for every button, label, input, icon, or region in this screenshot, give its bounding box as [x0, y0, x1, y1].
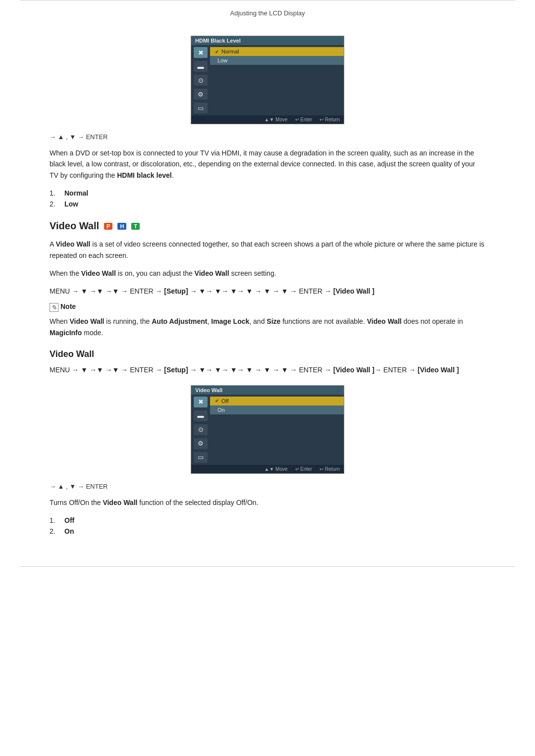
osd-icon-list: ✖ ▬ ⊙ ⚙ ▭ [191, 45, 210, 115]
vw-list-item-2: 2. On [50, 526, 485, 537]
vw-desc-a: A [50, 240, 55, 248]
note-text6: does not operate in [402, 317, 463, 325]
menu-path-1: MENU → ▼ →▼ →▼ → ENTER → [Setup] → ▼→ ▼→… [50, 286, 485, 298]
vw-on-para: When the Video Wall is on, you can adjus… [50, 268, 485, 279]
hdmi-options-numbered: 1. Normal 2. Low [50, 188, 485, 209]
hdmi-osd-menu: HDMI Black Level ✖ ▬ ⊙ ⚙ ▭ ✔ Normal [191, 36, 344, 124]
osd-icon-1: ✖ [194, 47, 208, 58]
vw-osd-icon-1: ✖ [194, 397, 208, 407]
note-text5: functions are not available. [280, 317, 367, 325]
vw-osd-icon-5: ▭ [194, 452, 208, 463]
hdmi-opt-normal: Normal [64, 189, 88, 197]
vw-desc-bold: Video Wall [55, 240, 90, 248]
hdmi-opt-low: Low [64, 200, 78, 208]
menu-path-1-text: MENU → ▼ →▼ →▼ → ENTER → [50, 287, 164, 295]
hdmi-menu-title: HDMI Black Level [191, 36, 344, 45]
note-text7: mode. [82, 329, 103, 337]
badge-h: H [117, 223, 126, 230]
hdmi-num-1: 1. [50, 189, 55, 197]
vw-option-off-label: Off [221, 398, 228, 404]
menu-path-2-setup: [Setup] [164, 366, 188, 374]
hdmi-option-normal-label: Normal [221, 49, 239, 54]
vw-options-numbered: 1. Off 2. On [50, 515, 485, 537]
check-icon: ✔ [215, 49, 219, 54]
vw-osd-icon-list: ✖ ▬ ⊙ ⚙ ▭ [191, 395, 210, 465]
note-icon: ✎ [50, 303, 58, 312]
vw-on-text3: screen setting. [229, 269, 276, 277]
vw-options-list: ✔ Off On [210, 395, 344, 465]
badge-p: P [104, 223, 112, 230]
vw-option-off: ✔ Off [210, 397, 344, 405]
note-bold3: Image Lock [211, 317, 249, 325]
vw-on-text1: When the [50, 269, 81, 277]
turns-rest: function of the selected display Off/On. [137, 499, 258, 506]
vw-num-2: 2. [50, 527, 55, 535]
note-text1: When [50, 317, 69, 325]
vw-on-text2: is on, you can adjust the [116, 269, 195, 277]
page-title: Adjusting the LCD Display [230, 9, 305, 17]
menu-path-2-vw: [Video Wall ] [333, 366, 374, 374]
vw-opt-on: On [64, 527, 74, 535]
hdmi-menu-footer: ▲▼ Move ↵ Enter ↩ Return [191, 115, 344, 124]
vw-list-item-1: 1. Off [50, 515, 485, 526]
vw-footer-return: ↩ Return [320, 466, 340, 472]
hdmi-menu-body: ✖ ▬ ⊙ ⚙ ▭ ✔ Normal Low [191, 45, 344, 115]
menu-path-2: MENU → ▼ →▼ →▼ → ENTER → [Setup] → ▼→ ▼→… [50, 364, 485, 376]
note-label: Note [60, 302, 76, 310]
note-text4: , and [249, 317, 267, 325]
hdmi-option-normal: ✔ Normal [210, 47, 344, 56]
hdmi-period: . [172, 171, 174, 179]
hdmi-desc-text: When a DVD or set-top box is connected t… [50, 149, 475, 179]
vw-option-on: On [210, 405, 344, 414]
turns-bold: Video Wall [103, 499, 137, 506]
note-text2: is running, the [104, 317, 152, 325]
note-bold6: MagicInfo [50, 329, 82, 337]
turns-text: Turns Off/On the [50, 499, 103, 506]
note-text-para: When Video Wall is running, the Auto Adj… [50, 316, 485, 338]
vw-desc-rest: is a set of video screens connected toge… [50, 240, 484, 259]
note-content: Note [60, 302, 76, 310]
note-bold2: Auto Adjustment [152, 317, 207, 325]
osd-icon-3: ⊙ [194, 75, 208, 86]
menu-path-1-setup: [Setup] [164, 287, 188, 295]
footer-return: ↩ Return [320, 117, 340, 122]
osd-icon-2: ▬ [194, 61, 208, 72]
vw-opt-off: Off [64, 516, 74, 524]
hdmi-option-low-label: Low [217, 57, 227, 63]
vw-footer-move: ▲▼ Move [264, 466, 287, 472]
vw-menu-body: ✖ ▬ ⊙ ⚙ ▭ ✔ Off On [191, 395, 344, 465]
hdmi-option-low: Low [210, 56, 344, 65]
page-container: Adjusting the LCD Display HDMI Black Lev… [0, 0, 535, 756]
vw-osd-icon-4: ⚙ [194, 438, 208, 449]
vw-menu-title: Video Wall [191, 386, 344, 395]
page-header: Adjusting the LCD Display [0, 0, 535, 22]
content-area: HDMI Black Level ✖ ▬ ⊙ ⚙ ▭ ✔ Normal [0, 22, 535, 556]
menu-path-1-rest: → ▼→ ▼→ ▼→ ▼ → ▼ → ▼ → ENTER → [188, 287, 333, 295]
vw-osd-icon-3: ⊙ [194, 424, 208, 435]
hdmi-bold-text: HDMI black level [117, 171, 172, 179]
vw-check-icon: ✔ [215, 398, 219, 403]
footer-enter: ↵ Enter [295, 117, 313, 122]
vw-on-bold2: Video Wall [195, 269, 229, 277]
menu-path-1-vw: [Video Wall ] [333, 287, 374, 295]
footer-move: ▲▼ Move [264, 117, 287, 122]
vw-description-para: A Video Wall is a set of video screens c… [50, 239, 485, 261]
vw-num-1: 1. [50, 516, 55, 524]
menu-path-2-enter: → ENTER → [374, 366, 418, 374]
note-box: ✎ Note [50, 302, 485, 312]
menu-path-2-vw2: [Video Wall ] [418, 366, 459, 374]
note-bold1: Video Wall [69, 317, 104, 325]
hdmi-description-para: When a DVD or set-top box is connected t… [50, 148, 485, 181]
hdmi-num-2: 2. [50, 200, 55, 208]
hdmi-options-list: ✔ Normal Low [210, 45, 344, 115]
badge-t: T [131, 223, 140, 230]
vw-menu-footer: ▲▼ Move ↵ Enter ↩ Return [191, 465, 344, 473]
video-wall-heading: Video Wall P H T [50, 220, 485, 232]
vw-sub-heading: Video Wall [50, 349, 485, 359]
menu-path-2-text: MENU → ▼ →▼ →▼ → ENTER → [50, 366, 164, 374]
vw-option-on-label: On [217, 407, 225, 413]
osd-icon-5: ▭ [194, 102, 208, 113]
vw-footer-enter: ↵ Enter [295, 466, 313, 472]
vw-osd-menu: Video Wall ✖ ▬ ⊙ ⚙ ▭ ✔ Off On [191, 385, 344, 474]
menu-path-2-rest: → ▼→ ▼→ ▼→ ▼ → ▼ → ▼ → ENTER → [188, 366, 333, 374]
